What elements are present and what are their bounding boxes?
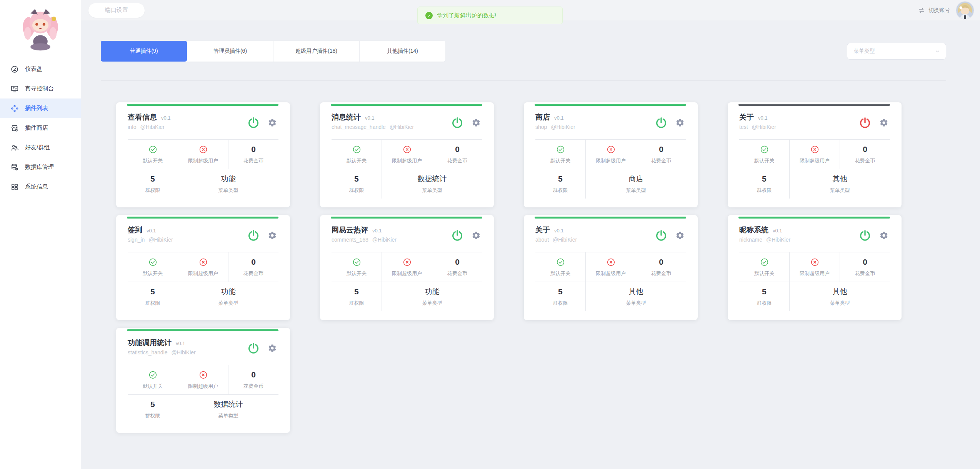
port-settings-button[interactable]: 端口设置 [88,3,145,18]
tab-superuser[interactable]: 超级用户插件(18) [273,41,359,62]
plugin-title: 商店 [535,112,550,122]
power-toggle-icon[interactable] [451,229,463,242]
cost-gold-value: 0 [863,257,867,267]
menu-type-select[interactable]: 菜单类型 [847,43,946,60]
gear-icon[interactable] [675,118,685,127]
sidebar-item-store[interactable]: 插件商店 [0,118,81,138]
power-toggle-icon[interactable] [247,229,260,242]
plugin-card: 商店 v0.1 shop @HibiKier 默认开关 限制超级用户 [524,102,698,207]
plugin-version: v0.1 [161,115,171,121]
card-header: 功能调用统计 v0.1 statistics_handle @HibiKier [128,328,278,365]
cost-gold-value: 0 [251,257,256,267]
tab-normal[interactable]: 普通插件(9) [101,41,187,62]
sidebar-item-plugins[interactable]: 插件列表 [0,98,81,118]
limit-superuser-label: 限制超级用户 [188,270,218,277]
cost-gold-value: 0 [659,257,663,267]
gear-icon[interactable] [472,118,481,127]
plugin-card: 签到 v0.1 sign_in @HibiKier 默认开关 限制超级用户 [116,215,290,320]
limit-superuser-label: 限制超级用户 [188,157,218,164]
plugin-title: 签到 [128,225,142,235]
cost-gold-value: 0 [455,144,460,154]
power-toggle-icon[interactable] [451,117,463,129]
plugin-author: @HibiKier [172,349,196,356]
gear-icon[interactable] [879,231,888,240]
plugin-id: about [535,237,549,243]
limit-superuser-label: 限制超级用户 [392,270,422,277]
plugin-title: 功能调用统计 [128,338,172,348]
sidebar-item-label: 系统信息 [25,183,48,190]
card-header: 网易云热评 v0.1 comments_163 @HibiKier [332,215,482,252]
section-divider [101,80,946,81]
tab-admin[interactable]: 管理员插件(6) [187,41,273,62]
default-switch-label: 默认开关 [347,270,367,277]
plugin-title: 关于 [535,225,550,235]
sidebar-item-system[interactable]: 系统信息 [0,177,81,197]
sidebar-item-dashboard[interactable]: 仪表盘 [0,59,81,79]
sidebar-item-label: 仪表盘 [25,65,42,73]
gear-icon[interactable] [268,231,277,240]
user-avatar[interactable] [956,2,974,19]
menu-type-value: 功能 [425,287,439,297]
card-stats-row2: 5 群权限 功能 菜单类型 [128,282,278,311]
sidebar-item-label: 数据库管理 [25,164,54,171]
gear-icon[interactable] [268,344,277,353]
topbar-right: 切换账号 [918,2,974,19]
chevron-down-icon [935,48,940,54]
plugin-version: v0.1 [758,115,768,121]
sidebar-item-friends[interactable]: 好友/群组 [0,138,81,157]
content: 普通插件(9) 管理员插件(6) 超级用户插件(18) 其他插件(14) 菜单类… [81,41,980,433]
card-stats-row1: 默认开关 限制超级用户 0 花费金币 [332,252,482,282]
card-header: 关于 v0.1 test @HibiKier [739,102,890,140]
gear-icon[interactable] [879,118,888,127]
plugin-title: 网易云热评 [332,225,368,235]
menu-type-value: 其他 [832,174,847,184]
power-toggle-icon[interactable] [859,117,871,129]
logo-image [18,5,63,52]
default-switch-label: 默认开关 [754,157,774,164]
cost-gold-value: 0 [863,144,867,154]
check-circle-icon [352,144,361,154]
card-header: 查看信息 v0.1 info @HibiKier [128,102,278,140]
plugin-author: @HibiKier [148,237,173,243]
limit-superuser-label: 限制超级用户 [596,157,626,164]
group-level-value: 5 [354,174,359,184]
card-stats-row2: 5 群权限 数据统计 菜单类型 [332,169,482,199]
plugin-card: 消息统计 v0.1 chat_message_handle @HibiKier … [320,102,494,207]
plugin-title: 查看信息 [128,112,157,122]
switch-account-label[interactable]: 切换账号 [928,7,950,14]
sidebar-item-console[interactable]: 真寻控制台 [0,79,81,98]
gear-icon[interactable] [675,231,685,240]
power-toggle-icon[interactable] [247,342,260,354]
default-switch-label: 默认开关 [754,270,774,277]
cost-gold-label: 花费金币 [447,157,467,164]
gear-icon[interactable] [472,231,481,240]
cost-gold-value: 0 [659,144,663,154]
power-toggle-icon[interactable] [655,117,667,129]
power-toggle-icon[interactable] [859,229,871,242]
tab-other[interactable]: 其他插件(14) [359,41,445,62]
plugin-id: info [128,124,137,130]
plugin-tabs: 普通插件(9) 管理员插件(6) 超级用户插件(18) 其他插件(14) [101,41,445,62]
plugin-card: 查看信息 v0.1 info @HibiKier 默认开关 限制超级用户 [116,102,290,207]
plugin-version: v0.1 [147,228,156,234]
plugin-author: @HibiKier [752,124,776,130]
power-toggle-icon[interactable] [247,117,260,129]
group-level-label: 群权限 [145,300,160,307]
tab-label: 管理员插件(6) [213,48,247,55]
card-stats-row1: 默认开关 限制超级用户 0 花费金币 [128,252,278,282]
success-toast: 拿到了新鲜出炉的数据! [417,7,563,24]
plugin-card: 功能调用统计 v0.1 statistics_handle @HibiKier … [116,328,290,433]
cost-gold-label: 花费金币 [243,270,263,277]
menu-type-label: 菜单类型 [830,187,850,194]
sidebar: 仪表盘 真寻控制台 插件列表 插件商店 好友/群组 数据库管理 系统信息 [0,0,81,469]
card-stats-row1: 默认开关 限制超级用户 0 花费金币 [332,140,482,169]
card-stats-row1: 默认开关 限制超级用户 0 花费金币 [739,140,890,169]
limit-superuser-label: 限制超级用户 [188,383,218,390]
group-level-value: 5 [558,287,563,297]
group-level-label: 群权限 [553,300,568,307]
power-toggle-icon[interactable] [655,229,667,242]
group-level-label: 群权限 [349,187,364,194]
gear-icon[interactable] [268,118,277,127]
x-circle-icon [199,370,208,380]
sidebar-item-database[interactable]: 数据库管理 [0,157,81,177]
